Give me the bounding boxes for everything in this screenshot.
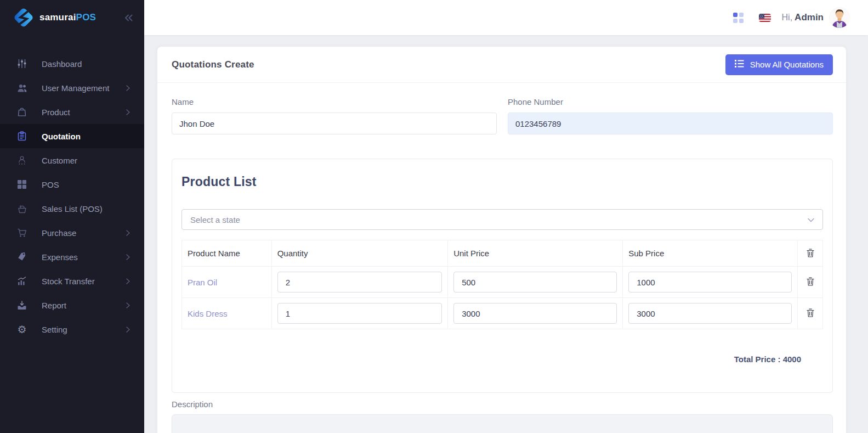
table-row: Kids Dress [182, 298, 823, 329]
chevron-right-icon [126, 230, 130, 236]
sidebar-item-label: Sales List (POS) [42, 204, 130, 213]
sidebar-item-label: Expenses [42, 252, 126, 262]
sidebar-item-label: User Management [42, 83, 126, 93]
chart-icon [16, 276, 27, 286]
sub-price-input[interactable] [628, 272, 792, 293]
header-delete-cell [798, 240, 823, 267]
description-label: Description [172, 400, 833, 409]
report-download-icon [16, 301, 27, 310]
col-sub-price: Sub Price [623, 240, 798, 267]
table-header-row: Product Name Quantity Unit Price Sub Pri… [182, 240, 823, 267]
quantity-input[interactable] [277, 303, 442, 324]
user-avatar[interactable] [829, 7, 850, 28]
sidebar-item-purchase[interactable]: Purchase [0, 221, 144, 245]
phone-label: Phone Number [508, 97, 833, 106]
brand-name: samuraiPOS [39, 12, 123, 23]
sidebar-item-expenses[interactable]: Expenses [0, 245, 144, 269]
sidebar-item-user-management[interactable]: User Management [0, 76, 144, 100]
topbar-right: Hi,Admin [733, 7, 850, 28]
sidebar-item-product[interactable]: Product [0, 100, 144, 124]
sidebar-item-stock-transfer[interactable]: Stock Transfer [0, 269, 144, 293]
card-body: Name Phone Number Product List Select a … [157, 83, 846, 433]
chevron-right-icon [126, 109, 130, 115]
content-area: Quotations Create Show All Quotations Na… [144, 35, 868, 433]
shopping-bag-icon [16, 107, 27, 117]
brand-logo-icon [12, 6, 35, 29]
brand-name-primary: samurai [39, 12, 76, 23]
name-input[interactable] [172, 113, 497, 134]
product-name-link[interactable]: Kids Dress [182, 298, 272, 329]
chevron-right-icon [126, 302, 130, 308]
col-product-name: Product Name [182, 240, 272, 267]
sidebar-item-label: Report [42, 301, 126, 310]
sidebar-item-setting[interactable]: ⚙ Setting [0, 317, 144, 341]
phone-input[interactable] [508, 113, 833, 134]
name-label: Name [172, 97, 497, 106]
show-all-quotations-label: Show All Quotations [750, 60, 824, 69]
sidebar-item-customer[interactable]: Customer [0, 148, 144, 172]
list-icon [735, 60, 744, 69]
description-textarea[interactable] [172, 414, 833, 433]
name-field-group: Name [172, 97, 497, 134]
customer-fields-row: Name Phone Number [172, 97, 833, 134]
greeting-text: Hi, [782, 13, 793, 22]
tag-icon [16, 252, 27, 262]
sidebar-item-label: POS [42, 180, 130, 189]
customer-icon [16, 155, 27, 165]
sidebar-item-label: Purchase [42, 228, 126, 238]
show-all-quotations-button[interactable]: Show All Quotations [725, 54, 833, 75]
sidebar-item-label: Dashboard [42, 59, 130, 69]
product-name-link[interactable]: Pran Oil [182, 267, 272, 298]
description-block: Description [172, 400, 833, 433]
chevron-right-icon [126, 278, 130, 284]
sidebar-menu: Dashboard User Management Product [0, 35, 144, 341]
trash-icon[interactable] [805, 248, 815, 258]
sidebar-item-pos[interactable]: POS [0, 172, 144, 196]
total-price: Total Price : 4000 [181, 329, 823, 392]
cart-icon [16, 228, 27, 238]
sidebar-item-label: Setting [42, 325, 126, 334]
users-icon [16, 83, 27, 93]
sidebar-item-label: Product [42, 108, 126, 117]
phone-field-group: Phone Number [508, 97, 833, 134]
sidebar-item-quotation[interactable]: Quotation [0, 124, 144, 148]
topbar: Hi,Admin [144, 0, 868, 35]
col-quantity: Quantity [271, 240, 447, 267]
apps-grid-icon[interactable] [733, 13, 744, 23]
chevron-right-icon [126, 254, 130, 260]
grid-icon [16, 179, 27, 189]
quantity-input[interactable] [277, 272, 442, 293]
basket-icon [16, 204, 27, 213]
user-greeting[interactable]: Hi,Admin [782, 12, 824, 23]
sidebar-item-report[interactable]: Report [0, 293, 144, 317]
sub-price-input[interactable] [628, 303, 792, 324]
trash-icon[interactable] [805, 307, 815, 318]
chevron-right-icon [126, 85, 130, 91]
product-table: Product Name Quantity Unit Price Sub Pri… [181, 240, 823, 329]
unit-price-input[interactable] [453, 303, 617, 324]
sidebar-item-sales-list-pos[interactable]: Sales List (POS) [0, 196, 144, 221]
sidebar-logo-bar: samuraiPOS [0, 0, 144, 35]
card-header: Quotations Create Show All Quotations [157, 47, 846, 83]
product-select[interactable]: Select a state [181, 209, 823, 230]
language-flag-icon[interactable] [759, 14, 771, 22]
chevron-right-icon [126, 327, 130, 333]
unit-price-input[interactable] [453, 272, 617, 293]
quotation-create-card: Quotations Create Show All Quotations Na… [157, 47, 846, 433]
table-row: Pran Oil [182, 267, 823, 298]
main-area: Hi,Admin Quotations Create Show All Quot… [144, 0, 868, 433]
sliders-icon [16, 59, 27, 69]
total-price-label: Total Price : [734, 355, 781, 364]
app-root: samuraiPOS Dashboard User Management [0, 0, 868, 433]
product-list-title: Product List [181, 175, 823, 189]
username: Admin [795, 12, 824, 23]
trash-icon[interactable] [805, 276, 815, 287]
product-select-placeholder: Select a state [190, 215, 240, 224]
sidebar-collapse-icon[interactable] [123, 14, 133, 22]
brand-name-secondary: POS [76, 12, 97, 23]
gear-icon: ⚙ [16, 324, 27, 335]
sidebar-item-dashboard[interactable]: Dashboard [0, 52, 144, 76]
sidebar: samuraiPOS Dashboard User Management [0, 0, 144, 433]
chevron-down-icon [808, 215, 814, 224]
page-title: Quotations Create [172, 59, 254, 70]
